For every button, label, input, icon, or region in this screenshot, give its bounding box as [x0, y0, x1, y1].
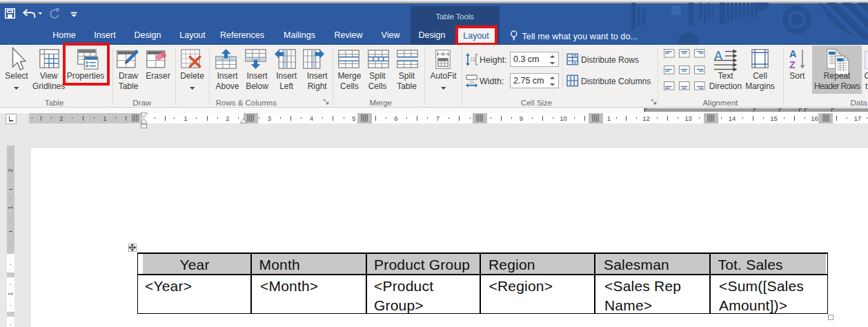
- svg-text:Z: Z: [789, 59, 796, 70]
- svg-text:A: A: [789, 48, 797, 59]
